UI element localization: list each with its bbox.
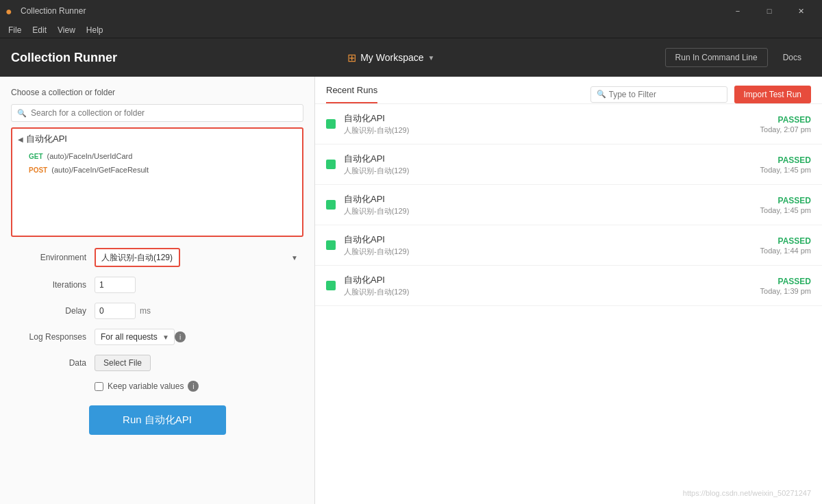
run-name: 自动化API	[344, 274, 752, 286]
delay-unit-label: ms	[140, 306, 151, 316]
menu-edit[interactable]: Edit	[27, 24, 52, 36]
run-list-item[interactable]: 自动化API 人脸识别-自动(129) PASSED Today, 1:44 p…	[315, 225, 822, 266]
run-name: 自动化API	[344, 112, 752, 125]
collection-tree: ◀ 自动化API GET (auto)/FaceIn/UserIdCard PO…	[11, 127, 303, 237]
delay-input[interactable]	[95, 303, 136, 319]
run-status-block: PASSED Today, 2:07 pm	[760, 115, 811, 134]
select-arrow-icon: ▼	[291, 254, 298, 262]
run-status-block: PASSED Today, 1:45 pm	[760, 196, 811, 214]
run-sub: 人脸识别-自动(129)	[344, 125, 752, 136]
right-panel: Recent Runs 🔍 Import Test Run 自动化API 人脸识…	[315, 77, 822, 504]
grid-icon: ⊞	[347, 51, 356, 64]
tree-child-item-0[interactable]: GET (auto)/FaceIn/UserIdCard	[12, 149, 302, 163]
run-time: Today, 1:39 pm	[760, 287, 811, 295]
docs-button[interactable]: Docs	[773, 49, 811, 66]
tree-child-item-1[interactable]: POST (auto)/FaceIn/GetFaceResult	[12, 163, 302, 177]
environment-row: Environment 人脸识别-自动(129) ▼	[11, 248, 303, 267]
iterations-input[interactable]	[95, 277, 136, 293]
maximize-button[interactable]: □	[754, 0, 785, 22]
menu-bar: File Edit View Help	[0, 22, 822, 38]
run-sub: 人脸识别-自动(129)	[344, 247, 752, 257]
tree-root-item[interactable]: ◀ 自动化API	[12, 129, 302, 149]
run-name: 自动化API	[344, 234, 752, 246]
tree-root-label: 自动化API	[26, 133, 67, 145]
run-command-line-button[interactable]: Run In Command Line	[665, 48, 768, 67]
status-passed-label: PASSED	[760, 115, 811, 125]
run-status-block: PASSED Today, 1:44 pm	[760, 236, 811, 255]
method-get-badge: GET	[29, 153, 43, 160]
title-bar: ● Collection Runner − □ ✕	[0, 0, 822, 22]
run-info: 自动化API 人脸识别-自动(129)	[344, 153, 752, 176]
watermark: https://blog.csdn.net/weixin_50271247	[683, 489, 811, 497]
run-list-item[interactable]: 自动化API 人脸识别-自动(129) PASSED Today, 1:45 p…	[315, 185, 822, 225]
run-time: Today, 2:07 pm	[760, 125, 811, 134]
main-layout: Choose a collection or folder 🔍 ◀ 自动化API…	[0, 77, 822, 504]
status-passed-label: PASSED	[760, 155, 811, 165]
minimize-button[interactable]: −	[722, 0, 754, 22]
iterations-label: Iterations	[11, 280, 86, 290]
tree-child-path-1: (auto)/FaceIn/GetFaceResult	[51, 166, 149, 174]
run-status-indicator	[326, 200, 336, 210]
tree-collapse-icon: ◀	[18, 136, 23, 143]
keep-variable-info-icon[interactable]: i	[188, 381, 199, 392]
data-label: Data	[11, 358, 86, 368]
keep-variable-checkbox[interactable]	[95, 382, 103, 391]
keep-variable-row: Keep variable values i	[11, 381, 303, 392]
environment-label: Environment	[11, 253, 86, 262]
window-title: Collection Runner	[21, 6, 722, 16]
status-passed-label: PASSED	[760, 196, 811, 205]
data-row: Data Select File	[11, 355, 303, 371]
delay-label: Delay	[11, 306, 86, 316]
run-list: 自动化API 人脸识别-自动(129) PASSED Today, 2:07 p…	[315, 104, 822, 306]
menu-view[interactable]: View	[52, 24, 81, 36]
run-status-indicator	[326, 240, 336, 250]
run-status-indicator	[326, 281, 336, 290]
run-name: 自动化API	[344, 153, 752, 165]
collection-search-input[interactable]	[31, 108, 297, 118]
run-info: 自动化API 人脸识别-自动(129)	[344, 193, 752, 216]
run-list-item[interactable]: 自动化API 人脸识别-自动(129) PASSED Today, 1:39 p…	[315, 266, 822, 306]
log-responses-row: Log Responses For all requests ▼ i	[11, 329, 303, 345]
workspace-label: My Workspace	[360, 52, 423, 63]
select-file-button[interactable]: Select File	[95, 355, 151, 371]
header-actions: Run In Command Line Docs	[665, 48, 811, 67]
run-status-block: PASSED Today, 1:45 pm	[760, 155, 811, 174]
app-title: Collection Runner	[11, 51, 117, 65]
right-header: Recent Runs 🔍 Import Test Run	[315, 77, 822, 104]
method-post-badge: POST	[29, 166, 47, 174]
right-header-actions: 🔍 Import Test Run	[590, 86, 811, 103]
log-select-wrapper: For all requests ▼	[95, 329, 175, 345]
run-sub: 人脸识别-自动(129)	[344, 287, 752, 297]
run-name: 自动化API	[344, 193, 752, 205]
workspace-button[interactable]: ⊞ My Workspace ▼	[347, 51, 434, 64]
log-info-icon[interactable]: i	[175, 331, 186, 342]
environment-select[interactable]: 人脸识别-自动(129)	[95, 248, 180, 267]
log-responses-select[interactable]: For all requests	[95, 329, 175, 345]
menu-file[interactable]: File	[3, 24, 27, 36]
status-passed-label: PASSED	[760, 236, 811, 246]
app-icon: ●	[5, 5, 16, 16]
iterations-row: Iterations	[11, 277, 303, 293]
environment-select-wrapper: 人脸识别-自动(129) ▼	[95, 248, 303, 267]
filter-search-box: 🔍	[590, 86, 727, 103]
run-time: Today, 1:44 pm	[760, 247, 811, 255]
filter-input[interactable]	[609, 90, 721, 99]
chevron-down-icon: ▼	[428, 54, 435, 62]
run-sub: 人脸识别-自动(129)	[344, 206, 752, 216]
run-list-item[interactable]: 自动化API 人脸识别-自动(129) PASSED Today, 1:45 p…	[315, 144, 822, 185]
run-button[interactable]: Run 自动化API	[89, 405, 226, 435]
run-list-item[interactable]: 自动化API 人脸识别-自动(129) PASSED Today, 2:07 p…	[315, 104, 822, 144]
run-sub: 人脸识别-自动(129)	[344, 166, 752, 176]
run-info: 自动化API 人脸识别-自动(129)	[344, 234, 752, 257]
status-passed-label: PASSED	[760, 277, 811, 286]
run-status-indicator	[326, 119, 336, 129]
menu-help[interactable]: Help	[81, 24, 109, 36]
recent-runs-tab[interactable]: Recent Runs	[326, 85, 377, 103]
filter-search-icon: 🔍	[597, 90, 606, 99]
import-test-run-button[interactable]: Import Test Run	[734, 86, 811, 103]
run-info: 自动化API 人脸识别-自动(129)	[344, 274, 752, 297]
tree-child-path-0: (auto)/FaceIn/UserIdCard	[47, 152, 133, 160]
run-status-block: PASSED Today, 1:39 pm	[760, 277, 811, 295]
window-controls: − □ ✕	[722, 0, 817, 22]
close-button[interactable]: ✕	[785, 0, 817, 22]
